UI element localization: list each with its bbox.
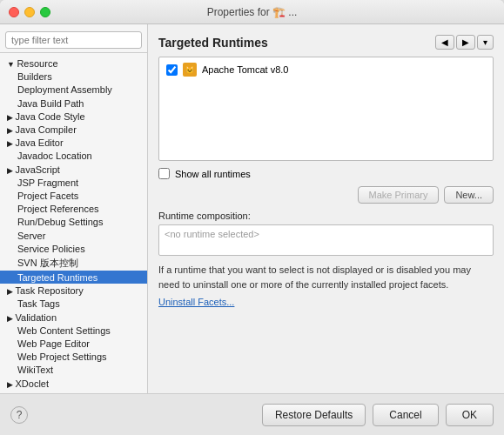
bottom-right-section: Restore Defaults Cancel OK bbox=[262, 404, 494, 426]
collapse-toolbar-button[interactable]: ◀ bbox=[435, 35, 454, 50]
show-all-row: Show all runtimes bbox=[158, 168, 494, 179]
sidebar-item-java-code-style[interactable]: Java Code Style bbox=[0, 110, 147, 123]
sidebar-item-project-facets[interactable]: Project Facets bbox=[0, 189, 147, 202]
sidebar-item-targeted-runtimes[interactable]: Targeted Runtimes bbox=[0, 271, 147, 284]
sidebar-item-service-policies[interactable]: Service Policies bbox=[0, 242, 147, 255]
show-all-checkbox[interactable] bbox=[158, 168, 170, 179]
expand-toolbar-button[interactable]: ▶ bbox=[456, 35, 475, 50]
show-all-label: Show all runtimes bbox=[175, 169, 251, 179]
sidebar-item-task-tags[interactable]: Task Tags bbox=[0, 297, 147, 310]
sidebar-item-svn[interactable]: SVN 版本控制 bbox=[0, 255, 147, 271]
window: Properties for 🏗️ ... Resource Builders … bbox=[0, 0, 504, 435]
toolbar-buttons: ◀ ▶ ▾ bbox=[435, 35, 494, 50]
minimize-button[interactable] bbox=[24, 7, 35, 17]
sidebar-item-web-content-settings[interactable]: Web Content Settings bbox=[0, 324, 147, 337]
filter-box bbox=[0, 28, 147, 53]
filter-input[interactable] bbox=[5, 31, 142, 49]
runtime-list: 🐱 Apache Tomcat v8.0 bbox=[158, 57, 494, 161]
window-title: Properties for 🏗️ ... bbox=[207, 6, 298, 18]
make-primary-button[interactable]: Make Primary bbox=[358, 186, 440, 204]
sidebar-item-javascript[interactable]: JavaScript bbox=[0, 163, 147, 176]
ok-button[interactable]: OK bbox=[446, 404, 494, 426]
runtime-label-tomcat: Apache Tomcat v8.0 bbox=[202, 64, 288, 75]
sidebar-item-builders[interactable]: Builders bbox=[0, 70, 147, 83]
sidebar-item-web-page-editor[interactable]: Web Page Editor bbox=[0, 337, 147, 350]
help-icon[interactable]: ? bbox=[10, 406, 28, 424]
content-area: Resource Builders Deployment Assembly Ja… bbox=[0, 24, 504, 393]
uninstall-facets-link[interactable]: Uninstall Facets... bbox=[158, 297, 494, 307]
dropdown-toolbar-button[interactable]: ▾ bbox=[477, 35, 494, 50]
sidebar-item-xdoclet[interactable]: XDoclet bbox=[0, 377, 147, 390]
runtime-checkbox-tomcat[interactable] bbox=[166, 64, 178, 76]
sidebar-item-project-references[interactable]: Project References bbox=[0, 202, 147, 215]
runtime-composition-label: Runtime composition: bbox=[158, 211, 494, 221]
cancel-button[interactable]: Cancel bbox=[373, 404, 438, 426]
sidebar-item-jsp-fragment[interactable]: JSP Fragment bbox=[0, 176, 147, 189]
sidebar-item-server[interactable]: Server bbox=[0, 229, 147, 242]
main-title-row: Targeted Runtimes ◀ ▶ ▾ bbox=[158, 35, 494, 50]
main-title-text: Targeted Runtimes bbox=[158, 36, 268, 50]
bottom-bar: ? Restore Defaults Cancel OK bbox=[0, 393, 504, 435]
close-button[interactable] bbox=[9, 7, 19, 17]
runtime-item-tomcat: 🐱 Apache Tomcat v8.0 bbox=[163, 61, 489, 78]
sidebar-item-resource[interactable]: Resource bbox=[0, 57, 147, 70]
composition-box: <no runtime selected> bbox=[158, 224, 494, 256]
sidebar-item-javadoc-location[interactable]: Javadoc Location bbox=[0, 149, 147, 162]
sidebar-item-validation[interactable]: Validation bbox=[0, 311, 147, 324]
sidebar-item-task-repository[interactable]: Task Repository bbox=[0, 284, 147, 297]
sidebar-item-web-project-settings[interactable]: Web Project Settings bbox=[0, 350, 147, 363]
info-text: If a runtime that you want to select is … bbox=[158, 263, 494, 291]
sidebar: Resource Builders Deployment Assembly Ja… bbox=[0, 24, 148, 393]
sidebar-item-java-editor[interactable]: Java Editor bbox=[0, 136, 147, 149]
traffic-lights bbox=[9, 7, 50, 17]
main-panel: Targeted Runtimes ◀ ▶ ▾ 🐱 Apache Tomcat … bbox=[148, 24, 504, 393]
sidebar-item-java-compiler[interactable]: Java Compiler bbox=[0, 123, 147, 136]
action-buttons: Make Primary New... bbox=[158, 186, 494, 204]
new-button[interactable]: New... bbox=[444, 186, 494, 204]
tomcat-icon: 🐱 bbox=[183, 63, 197, 77]
composition-placeholder: <no runtime selected> bbox=[165, 229, 259, 239]
maximize-button[interactable] bbox=[40, 7, 50, 17]
sidebar-item-java-build-path[interactable]: Java Build Path bbox=[0, 97, 147, 110]
sidebar-item-wikitext[interactable]: WikiText bbox=[0, 363, 147, 376]
sidebar-item-deployment-assembly[interactable]: Deployment Assembly bbox=[0, 83, 147, 96]
sidebar-item-run-debug-settings[interactable]: Run/Debug Settings bbox=[0, 215, 147, 228]
titlebar: Properties for 🏗️ ... bbox=[0, 0, 504, 24]
restore-defaults-button[interactable]: Restore Defaults bbox=[262, 404, 366, 426]
